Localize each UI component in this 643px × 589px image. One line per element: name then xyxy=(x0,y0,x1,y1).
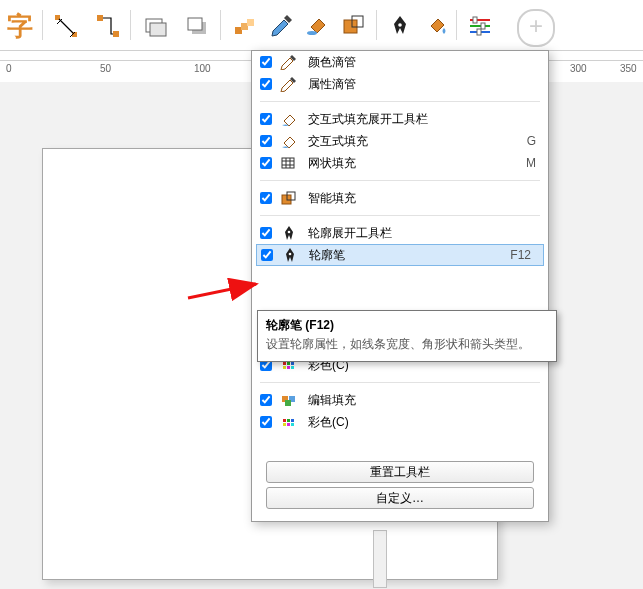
flyout-item-edit-fill[interactable]: 编辑填充 xyxy=(252,389,548,411)
flyout-item-icon xyxy=(278,110,300,128)
flyout-item-icon xyxy=(278,75,300,93)
flyout-checkbox[interactable] xyxy=(260,227,272,239)
flyout-item-icon xyxy=(278,391,300,409)
flyout-item-outline-pen[interactable]: 轮廓笔F12 xyxy=(256,244,544,266)
ruler-label: 100 xyxy=(194,63,211,74)
interactive-fill-button[interactable] xyxy=(300,8,336,44)
flyout-checkbox[interactable] xyxy=(260,135,272,147)
svg-rect-11 xyxy=(235,27,242,34)
color-c2-icon xyxy=(280,414,298,430)
flyout-item-shortcut: M xyxy=(478,152,548,174)
flyout-item-label: 交互式填充 xyxy=(308,130,478,152)
svg-rect-22 xyxy=(481,23,485,29)
tooltip-title: 轮廓笔 (F12) xyxy=(266,317,548,334)
ruler-label: 50 xyxy=(100,63,111,74)
sliders-icon xyxy=(467,13,493,39)
flyout-item-smart-fill[interactable]: 智能填充 xyxy=(252,187,548,209)
flyout-item-mesh-fill[interactable]: 网状填充M xyxy=(252,152,548,174)
svg-point-17 xyxy=(398,23,402,27)
rectangle-icon xyxy=(143,13,169,39)
edit-fill-icon xyxy=(280,392,298,408)
interactive-fill-icon xyxy=(305,13,331,39)
flyout-item-interactive-fill-flyout[interactable]: 交互式填充展开工具栏 xyxy=(252,108,548,130)
flyout-item-color-c2[interactable]: 彩色(C) xyxy=(252,411,548,433)
flyout-checkbox[interactable] xyxy=(260,56,272,68)
ruler-label: 300 xyxy=(570,63,587,74)
svg-point-27 xyxy=(288,231,291,234)
customize-button[interactable]: 自定义… xyxy=(266,487,534,509)
bucket-icon xyxy=(423,13,449,39)
fill-button[interactable] xyxy=(418,8,454,44)
smart-fill-icon xyxy=(280,190,298,206)
svg-rect-8 xyxy=(150,23,166,36)
flyout-item-label: 网状填充 xyxy=(308,152,478,174)
flyout-item-icon xyxy=(278,132,300,150)
eyedropper-icon xyxy=(269,13,295,39)
flyout-item-label: 轮廓展开工具栏 xyxy=(308,222,478,244)
flyout-checkbox[interactable] xyxy=(260,394,272,406)
flyout-item-label: 颜色滴管 xyxy=(308,51,478,73)
flyout-item-icon xyxy=(278,413,300,431)
svg-rect-21 xyxy=(473,17,477,23)
tooltip: 轮廓笔 (F12) 设置轮廓属性，如线条宽度、角形状和箭头类型。 xyxy=(257,310,557,362)
svg-rect-23 xyxy=(477,29,481,35)
main-toolbar: 字 xyxy=(0,0,643,51)
connector-tool-button[interactable] xyxy=(90,8,126,44)
svg-point-28 xyxy=(289,253,292,256)
svg-rect-10 xyxy=(188,18,202,30)
flyout-item-color-eyedropper[interactable]: 颜色滴管 xyxy=(252,51,548,73)
ruler-label: 0 xyxy=(6,63,12,74)
drop-shadow-icon xyxy=(185,13,211,39)
outline-pen-button[interactable] xyxy=(382,8,418,44)
flyout-checkbox[interactable] xyxy=(260,192,272,204)
tooltip-body: 设置轮廓属性，如线条宽度、角形状和箭头类型。 xyxy=(266,336,548,353)
flyout-item-icon xyxy=(278,154,300,172)
svg-rect-35 xyxy=(285,400,291,406)
flyout-item-label: 轮廓笔 xyxy=(309,245,473,265)
options-button[interactable] xyxy=(462,8,498,44)
connector-icon xyxy=(95,13,121,39)
reset-toolbar-button[interactable]: 重置工具栏 xyxy=(266,461,534,483)
attributes-eyedropper-icon xyxy=(280,76,298,92)
rectangle-tool-button[interactable] xyxy=(138,8,174,44)
svg-rect-5 xyxy=(97,15,103,21)
blend-icon xyxy=(233,13,259,39)
blend-tool-button[interactable] xyxy=(228,8,264,44)
interactive-fill-icon xyxy=(280,133,298,149)
flyout-item-label: 彩色(C) xyxy=(308,411,478,433)
flyout-checkbox[interactable] xyxy=(260,157,272,169)
flyout-item-icon xyxy=(278,53,300,71)
mesh-fill-icon xyxy=(280,155,298,171)
flyout-item-label: 交互式填充展开工具栏 xyxy=(308,108,478,130)
dimension-tool-button[interactable] xyxy=(48,8,84,44)
flyout-checkbox[interactable] xyxy=(260,113,272,125)
drop-shadow-tool-button[interactable] xyxy=(180,8,216,44)
toolbar-customize-flyout[interactable]: 颜色滴管属性滴管交互式填充展开工具栏交互式填充G网状填充M智能填充轮廓展开工具栏… xyxy=(251,50,549,522)
smart-fill-button[interactable] xyxy=(336,8,372,44)
text-tool-button[interactable]: 字 xyxy=(2,8,38,44)
flyout-button-bar: 重置工具栏 自定义… xyxy=(252,451,548,521)
svg-rect-6 xyxy=(113,31,119,37)
flyout-item-icon xyxy=(278,224,300,242)
flyout-checkbox[interactable] xyxy=(260,416,272,428)
interactive-fill-flyout-icon xyxy=(280,111,298,127)
flyout-item-label: 编辑填充 xyxy=(308,389,478,411)
svg-rect-13 xyxy=(247,19,254,26)
dimension-icon xyxy=(53,13,79,39)
flyout-item-attributes-eyedropper[interactable]: 属性滴管 xyxy=(252,73,548,95)
flyout-item-icon xyxy=(278,189,300,207)
svg-rect-24 xyxy=(282,158,294,168)
outline-flyout-icon xyxy=(280,225,298,241)
color-eyedropper-icon xyxy=(280,54,298,70)
pen-nib-icon xyxy=(387,13,413,39)
svg-point-14 xyxy=(307,31,317,35)
flyout-checkbox[interactable] xyxy=(261,249,273,261)
flyout-checkbox[interactable] xyxy=(260,78,272,90)
flyout-item-outline-flyout[interactable]: 轮廓展开工具栏 xyxy=(252,222,548,244)
flyout-item-icon xyxy=(279,246,301,264)
outline-pen-icon xyxy=(281,247,299,263)
flyout-item-interactive-fill[interactable]: 交互式填充G xyxy=(252,130,548,152)
flyout-item-shortcut: F12 xyxy=(473,245,543,265)
color-eyedropper-button[interactable] xyxy=(264,8,300,44)
add-tool-button[interactable]: + xyxy=(517,9,555,47)
